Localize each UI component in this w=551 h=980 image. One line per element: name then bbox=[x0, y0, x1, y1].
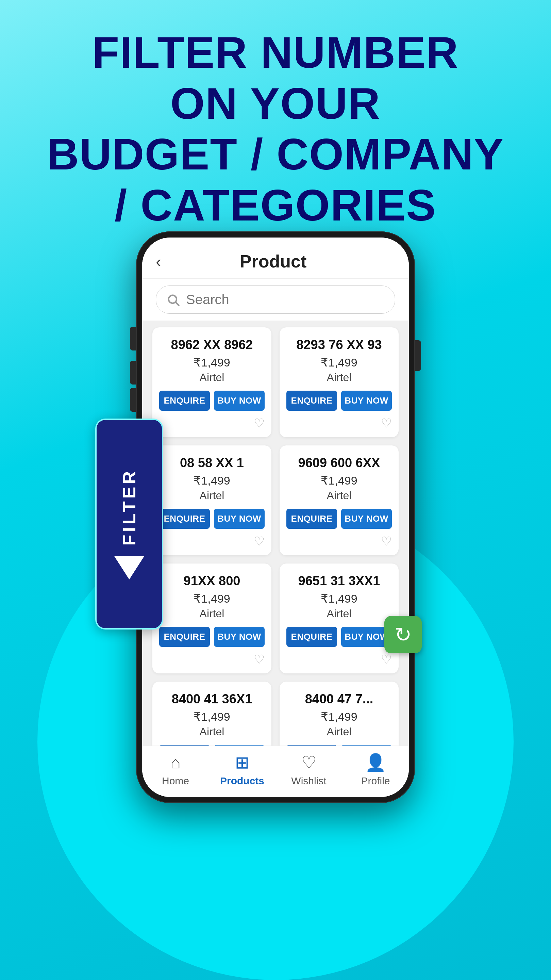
buy-now-button[interactable]: BUY NOW bbox=[341, 509, 392, 529]
product-card: 08 58 XX 1 ₹1,499 Airtel ENQUIRE BUY NOW… bbox=[152, 445, 272, 555]
wishlist-heart-icon[interactable]: ♡ bbox=[254, 652, 265, 667]
nav-wishlist[interactable]: ♡ Wishlist bbox=[275, 753, 342, 787]
buy-now-button[interactable]: BUY NOW bbox=[341, 391, 392, 411]
enquire-button[interactable]: ENQUIRE bbox=[286, 391, 337, 411]
product-actions: ENQUIRE BUY NOW bbox=[159, 509, 265, 529]
products-grid: 8962 XX 8962 ₹1,499 Airtel ENQUIRE BUY N… bbox=[152, 327, 399, 746]
product-price: ₹1,499 bbox=[321, 592, 357, 605]
enquire-button[interactable]: ENQUIRE bbox=[159, 509, 210, 529]
product-actions: ENQUIRE BUY NOW bbox=[286, 627, 392, 647]
nav-home-label: Home bbox=[162, 775, 189, 787]
product-number: 8400 41 36X1 bbox=[172, 692, 252, 706]
product-number: 8400 47 7... bbox=[305, 692, 373, 706]
refresh-icon: ↻ bbox=[395, 623, 411, 646]
product-card: 8400 47 7... ₹1,499 Airtel ENQUIRE BUY N… bbox=[279, 682, 399, 746]
product-carrier: Airtel bbox=[200, 489, 224, 502]
filter-icon bbox=[114, 556, 144, 579]
wishlist-heart-icon[interactable]: ♡ bbox=[254, 416, 265, 430]
product-actions: ENQUIRE BUY NOW bbox=[159, 391, 265, 411]
nav-products-label: Products bbox=[220, 775, 264, 787]
product-actions: ENQUIRE BUY NOW bbox=[286, 391, 392, 411]
search-input-wrap[interactable] bbox=[156, 285, 395, 314]
wishlist-icon: ♡ bbox=[301, 753, 317, 772]
phone-screen: ‹ Product 8962 XX 8962 ₹1,499 bbox=[142, 237, 409, 797]
product-price: ₹1,499 bbox=[321, 710, 357, 724]
product-card: 91XX 800 ₹1,499 Airtel ENQUIRE BUY NOW ♡ bbox=[152, 563, 272, 673]
product-price: ₹1,499 bbox=[194, 356, 230, 369]
product-card: 8293 76 XX 93 ₹1,499 Airtel ENQUIRE BUY … bbox=[279, 327, 399, 437]
back-button[interactable]: ‹ bbox=[156, 252, 161, 271]
product-carrier: Airtel bbox=[327, 489, 352, 502]
product-price: ₹1,499 bbox=[194, 592, 230, 605]
buy-now-button[interactable]: BUY NOW bbox=[214, 391, 265, 411]
product-carrier: Airtel bbox=[327, 608, 352, 620]
wishlist-heart-icon[interactable]: ♡ bbox=[381, 652, 392, 667]
search-icon bbox=[166, 293, 180, 307]
bottom-nav: ⌂ Home ⊞ Products ♡ Wishlist 👤 Profile bbox=[142, 746, 409, 797]
enquire-button[interactable]: ENQUIRE bbox=[286, 627, 337, 647]
product-price: ₹1,499 bbox=[321, 356, 357, 369]
search-bar bbox=[142, 279, 409, 321]
nav-wishlist-label: Wishlist bbox=[291, 775, 326, 787]
nav-home[interactable]: ⌂ Home bbox=[142, 753, 209, 787]
wishlist-heart-icon[interactable]: ♡ bbox=[254, 534, 265, 549]
product-price: ₹1,499 bbox=[194, 474, 230, 487]
product-price: ₹1,499 bbox=[321, 474, 357, 487]
nav-products[interactable]: ⊞ Products bbox=[209, 753, 275, 787]
products-scroll[interactable]: 8962 XX 8962 ₹1,499 Airtel ENQUIRE BUY N… bbox=[142, 321, 409, 746]
product-card: 8400 41 36X1 ₹1,499 Airtel ENQUIRE BUY N… bbox=[152, 682, 272, 746]
product-card: 8962 XX 8962 ₹1,499 Airtel ENQUIRE BUY N… bbox=[152, 327, 272, 437]
hero-section: FILTER NUMBER ON YOUR BUDGET / COMPANY /… bbox=[0, 0, 551, 251]
buy-now-button[interactable]: BUY NOW bbox=[214, 509, 265, 529]
product-actions: ENQUIRE BUY NOW bbox=[286, 509, 392, 529]
enquire-button[interactable]: ENQUIRE bbox=[159, 391, 210, 411]
product-number: 91XX 800 bbox=[184, 574, 240, 588]
app-header: ‹ Product bbox=[142, 237, 409, 279]
product-number: 8293 76 XX 93 bbox=[296, 337, 382, 352]
product-actions: ENQUIRE BUY NOW bbox=[159, 627, 265, 647]
svg-line-1 bbox=[176, 302, 179, 305]
nav-profile-label: Profile bbox=[361, 775, 390, 787]
filter-label: FILTER bbox=[119, 469, 140, 546]
wishlist-heart-icon[interactable]: ♡ bbox=[381, 416, 392, 430]
enquire-button[interactable]: ENQUIRE bbox=[286, 509, 337, 529]
filter-button[interactable]: FILTER bbox=[95, 418, 163, 630]
search-input[interactable] bbox=[186, 292, 385, 307]
product-carrier: Airtel bbox=[200, 725, 224, 738]
product-number: 08 58 XX 1 bbox=[180, 456, 244, 470]
home-icon: ⌂ bbox=[170, 753, 181, 772]
product-carrier: Airtel bbox=[200, 371, 224, 384]
nav-profile[interactable]: 👤 Profile bbox=[342, 753, 409, 787]
page-title: Product bbox=[171, 251, 375, 272]
profile-icon: 👤 bbox=[365, 753, 386, 772]
product-number: 8962 XX 8962 bbox=[171, 337, 253, 352]
product-carrier: Airtel bbox=[327, 725, 352, 738]
product-carrier: Airtel bbox=[327, 371, 352, 384]
product-card: 9609 600 6XX ₹1,499 Airtel ENQUIRE BUY N… bbox=[279, 445, 399, 555]
product-carrier: Airtel bbox=[200, 608, 224, 620]
product-number: 9651 31 3XX1 bbox=[298, 574, 380, 588]
hero-title: FILTER NUMBER ON YOUR BUDGET / COMPANY /… bbox=[0, 27, 551, 231]
wishlist-heart-icon[interactable]: ♡ bbox=[381, 534, 392, 549]
buy-now-button[interactable]: BUY NOW bbox=[214, 627, 265, 647]
products-icon: ⊞ bbox=[235, 753, 249, 772]
product-card: 9651 31 3XX1 ₹1,499 Airtel ENQUIRE BUY N… bbox=[279, 563, 399, 673]
refresh-button[interactable]: ↻ bbox=[384, 616, 422, 653]
phone-mockup: FILTER ↻ ‹ Product bbox=[136, 231, 415, 803]
enquire-button[interactable]: ENQUIRE bbox=[159, 627, 210, 647]
product-price: ₹1,499 bbox=[194, 710, 230, 724]
product-number: 9609 600 6XX bbox=[298, 456, 380, 470]
